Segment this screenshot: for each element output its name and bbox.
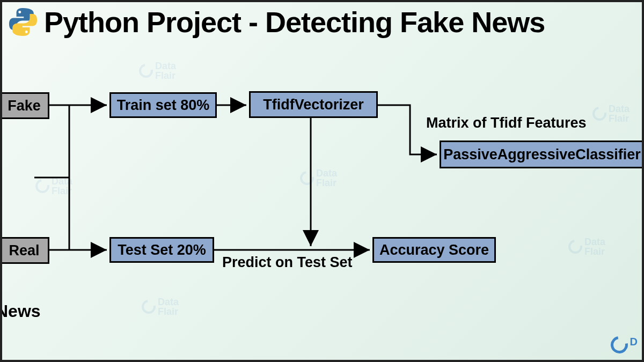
label-news: News xyxy=(0,301,41,321)
title-bar: Python Project - Detecting Fake News xyxy=(2,2,642,39)
node-train-set: Train set 80% xyxy=(109,92,217,118)
node-fake: Fake xyxy=(0,92,49,119)
watermark: DataFlair xyxy=(568,237,605,256)
node-tfidf-vectorizer: TfidfVectorizer xyxy=(249,91,378,118)
node-accuracy-score: Accuracy Score xyxy=(372,237,496,263)
node-test-set: Test Set 20% xyxy=(109,237,214,263)
watermark: DataFlair xyxy=(35,176,72,196)
watermark: DataFlair xyxy=(142,297,179,316)
page-title: Python Project - Detecting Fake News xyxy=(44,5,545,39)
dataflair-logo: D xyxy=(611,336,638,356)
node-real: Real xyxy=(0,237,49,264)
python-logo-icon xyxy=(6,5,40,39)
watermark: DataFlair xyxy=(139,61,176,80)
label-matrix-features: Matrix of Tfidf Features xyxy=(426,115,587,131)
svg-point-1 xyxy=(25,31,28,33)
watermark: DataFlair xyxy=(300,168,337,188)
svg-point-0 xyxy=(18,11,21,13)
node-classifier: PassiveAggressiveClassifier xyxy=(440,141,644,168)
label-predict: Predict on Test Set xyxy=(222,254,353,271)
watermark: DataFlair xyxy=(592,104,630,123)
